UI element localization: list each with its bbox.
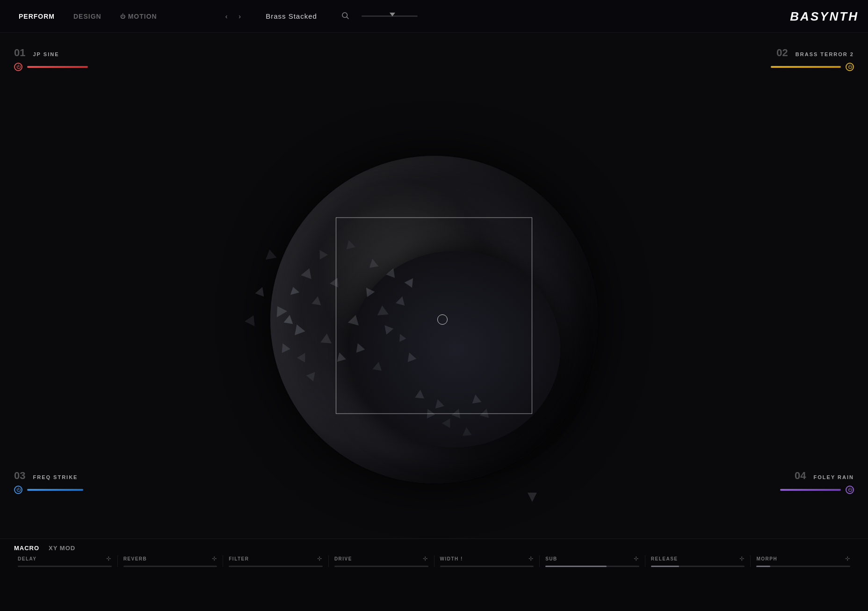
layer-01-power-button[interactable]: ⏻: [14, 63, 22, 71]
macro-sub-drag-icon[interactable]: ⊹: [634, 555, 639, 562]
macro-reverb: REVERB ⊹: [120, 555, 221, 567]
svg-point-0: [342, 13, 347, 18]
macro-sliders: DELAY ⊹ REVERB ⊹ FILTER ⊹: [14, 555, 854, 567]
svg-marker-22: [368, 258, 379, 268]
svg-marker-24: [316, 247, 328, 260]
svg-marker-11: [320, 333, 333, 343]
layer-01-name: JP SINE: [33, 51, 59, 57]
svg-marker-12: [362, 285, 375, 297]
svg-marker-29: [373, 361, 383, 371]
svg-marker-33: [452, 407, 463, 418]
prev-preset-button[interactable]: ‹: [223, 11, 231, 22]
macro-reverb-slider[interactable]: [123, 566, 217, 567]
bottom-bar: MACRO XY MOD DELAY ⊹ REVERB ⊹: [0, 538, 868, 611]
macro-reverb-label: REVERB: [123, 556, 147, 561]
svg-marker-28: [397, 332, 406, 342]
layer-02-number: 02: [776, 47, 788, 59]
layer-04-power-button[interactable]: ⏻: [846, 486, 854, 494]
macro-release-drag-icon[interactable]: ⊹: [739, 555, 745, 562]
next-preset-button[interactable]: ›: [236, 11, 244, 22]
svg-marker-34: [471, 393, 482, 403]
layer-slot-01: 01 JP SINE ⏻: [14, 47, 88, 71]
particle-field: [224, 109, 644, 530]
app-logo: BASYNTH: [790, 9, 859, 24]
svg-marker-36: [423, 407, 435, 419]
layer-03-level-bar[interactable]: [27, 489, 83, 491]
svg-marker-31: [415, 389, 425, 399]
macro-width-slider[interactable]: [440, 566, 534, 567]
layer-04-number: 04: [795, 470, 806, 482]
svg-marker-16: [376, 305, 389, 315]
macro-drive-label: DRIVE: [334, 556, 352, 561]
macro-delay-slider[interactable]: [18, 566, 112, 567]
layer-01-level-bar[interactable]: [27, 66, 88, 68]
tab-design[interactable]: DESIGN: [64, 9, 111, 24]
layer-02-power-button[interactable]: ⏻: [846, 63, 854, 71]
search-button[interactable]: [339, 9, 351, 23]
macro-drive-slider[interactable]: [334, 566, 428, 567]
macro-delay: DELAY ⊹: [14, 555, 116, 567]
macro-morph-slider[interactable]: [756, 566, 850, 567]
svg-marker-18: [354, 342, 365, 353]
macro-filter-slider[interactable]: [229, 566, 323, 567]
macro-width: WIDTH ! ⊹: [436, 555, 538, 567]
macro-delay-drag-icon[interactable]: ⊹: [106, 555, 112, 562]
macro-filter-drag-icon[interactable]: ⊹: [317, 555, 323, 562]
master-volume-slider[interactable]: [362, 15, 418, 17]
svg-marker-15: [255, 285, 267, 297]
macro-width-drag-icon[interactable]: ⊹: [528, 555, 534, 562]
header: PERFORM DESIGN ⏻ MOTION ‹ › Brass Stacke…: [0, 0, 868, 33]
macro-release: RELEASE ⊹: [647, 555, 749, 567]
xy-cursor: [437, 314, 448, 325]
macro-reverb-drag-icon[interactable]: ⊹: [212, 555, 217, 562]
xy-pad-visual[interactable]: [0, 0, 868, 611]
macro-drive: DRIVE ⊹: [331, 555, 432, 567]
svg-marker-4: [272, 303, 288, 317]
layer-03-power-button[interactable]: ⏻: [14, 486, 22, 494]
svg-marker-26: [344, 239, 355, 250]
tab-motion[interactable]: ⏻ MOTION: [111, 9, 166, 24]
macro-sub: SUB ⊹: [542, 555, 643, 567]
tab-perform[interactable]: PERFORM: [9, 9, 64, 24]
layer-04-level-bar[interactable]: [780, 489, 841, 491]
svg-marker-13: [297, 350, 309, 363]
xy-selection-box[interactable]: [336, 218, 532, 414]
motion-power-icon: ⏻: [120, 14, 126, 19]
sphere-inner: [350, 251, 560, 447]
bottom-tabs: MACRO XY MOD: [14, 539, 854, 555]
preset-name: Brass Stacked: [249, 12, 333, 20]
tab-macro[interactable]: MACRO: [14, 545, 39, 552]
sphere-visual: [224, 109, 644, 530]
svg-marker-32: [433, 398, 444, 409]
svg-marker-5: [312, 295, 323, 305]
layer-slot-02: 02 BRASS TERROR 2 ⏻: [771, 47, 854, 71]
macro-filter: FILTER ⊹: [225, 555, 326, 567]
svg-marker-9: [348, 313, 361, 326]
macro-release-slider[interactable]: [651, 566, 745, 567]
svg-marker-30: [405, 351, 417, 362]
svg-marker-27: [405, 276, 417, 288]
macro-morph-drag-icon[interactable]: ⊹: [845, 555, 851, 562]
layer-slot-04: 04 FOLEY RAIN ⏻: [780, 470, 854, 494]
macro-sub-label: SUB: [545, 556, 557, 561]
sphere-main: [270, 156, 598, 483]
tab-xy-mod[interactable]: XY MOD: [49, 545, 75, 552]
svg-line-1: [347, 17, 348, 19]
layer-slot-03: 03 FREQ STRIKE ⏻: [14, 470, 83, 494]
svg-marker-10: [278, 342, 290, 353]
layer-02-level-bar[interactable]: [771, 66, 841, 68]
macro-filter-label: FILTER: [229, 556, 249, 561]
svg-marker-23: [396, 295, 407, 306]
svg-marker-35: [442, 416, 454, 428]
macro-sub-slider[interactable]: [545, 566, 639, 567]
svg-marker-21: [245, 313, 259, 326]
svg-marker-38: [462, 427, 471, 436]
nav-tabs: PERFORM DESIGN ⏻ MOTION: [9, 9, 166, 24]
layer-02-name: BRASS TERROR 2: [796, 51, 854, 57]
svg-marker-25: [386, 267, 398, 278]
macro-delay-label: DELAY: [18, 556, 36, 561]
macro-width-label: WIDTH !: [440, 556, 463, 561]
macro-drive-drag-icon[interactable]: ⊹: [423, 555, 428, 562]
svg-marker-6: [291, 322, 305, 335]
svg-marker-20: [381, 322, 394, 335]
